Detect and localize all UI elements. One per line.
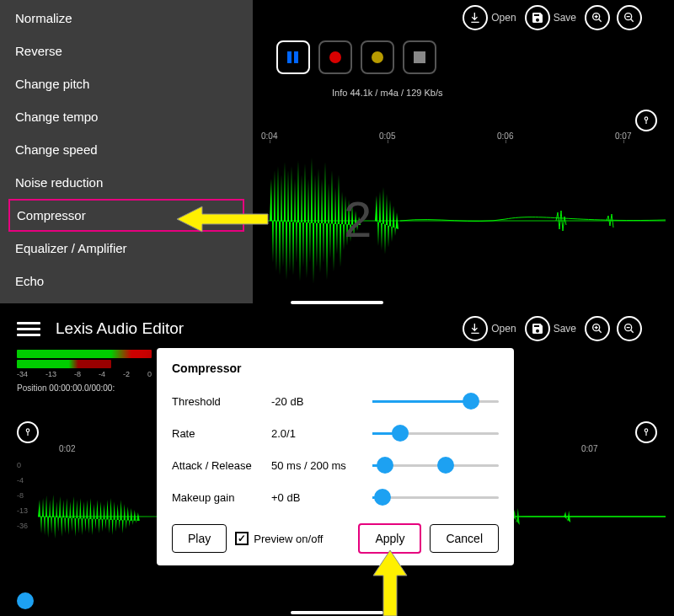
- app-title: Lexis Audio Editor: [56, 319, 463, 338]
- menu-item-noise-reduction[interactable]: Noise reduction: [0, 166, 253, 199]
- menu-item-change-tempo[interactable]: Change tempo: [0, 100, 253, 133]
- db-tick: -4: [17, 473, 28, 488]
- row-attack-release: Attack / Release 50 ms / 200 ms: [172, 449, 499, 481]
- meter-tick: -34: [17, 370, 28, 378]
- makeup-slider[interactable]: [364, 496, 499, 499]
- open-label: Open: [491, 12, 516, 24]
- preview-toggle[interactable]: ✓ Preview on/off: [235, 532, 323, 545]
- meter-bar-right: [17, 360, 111, 368]
- position-readout: Position 00:00:00.0/00:00:: [17, 383, 152, 393]
- save-button-2[interactable]: [525, 316, 550, 341]
- open-button-2[interactable]: [463, 316, 488, 341]
- meter-tick: -13: [45, 370, 56, 378]
- keyframe-icon-left[interactable]: [17, 421, 39, 443]
- play-button[interactable]: Play: [172, 524, 227, 553]
- time-mark: 0:07: [581, 444, 597, 453]
- threshold-label: Threshold: [172, 395, 271, 408]
- annotation-arrow-top: [177, 202, 270, 239]
- preview-label: Preview on/off: [254, 533, 323, 545]
- annotation-arrow-bottom: [369, 550, 411, 616]
- dialog-actions: Play ✓ Preview on/off Apply Cancel: [172, 523, 499, 554]
- menu-item-reverse[interactable]: Reverse: [0, 35, 253, 67]
- record-button[interactable]: [318, 40, 352, 74]
- dialog-title: Compressor: [172, 362, 499, 375]
- attack-release-slider[interactable]: [364, 464, 499, 467]
- checkbox-icon: ✓: [235, 532, 249, 545]
- menu-item-normalize[interactable]: Normalize: [0, 2, 253, 35]
- time-mark: 0:02: [59, 444, 75, 453]
- db-scale: 0-4-8-13-36: [17, 458, 28, 533]
- apply-button[interactable]: Apply: [358, 523, 421, 554]
- transport-controls: [276, 40, 436, 74]
- attack-label: Attack / Release: [172, 459, 271, 472]
- top-toolbar: Open Save: [463, 5, 642, 30]
- threshold-slider[interactable]: [364, 400, 499, 403]
- open-label-2: Open: [491, 323, 516, 335]
- rate-slider[interactable]: [364, 432, 499, 435]
- menu-icon[interactable]: [17, 319, 40, 340]
- svg-point-7: [26, 429, 29, 432]
- background-number: 2: [344, 190, 372, 249]
- save-button[interactable]: [525, 5, 550, 30]
- zoom-out-button-2[interactable]: [617, 316, 642, 341]
- attack-value: 50 ms / 200 ms: [271, 459, 364, 472]
- db-tick: 0: [17, 458, 28, 473]
- meter-bar-left: [17, 350, 152, 358]
- home-indicator-top: [291, 301, 383, 304]
- svg-marker-4: [177, 206, 268, 232]
- zoom-in-button-2[interactable]: [585, 316, 610, 341]
- makeup-value: +0 dB: [271, 491, 364, 504]
- svg-marker-10: [373, 550, 407, 616]
- bottom-header: Lexis Audio Editor Open Save: [0, 316, 674, 341]
- db-tick: -8: [17, 488, 28, 503]
- keyframe-icon[interactable]: [635, 110, 657, 131]
- keyframe-icon-right[interactable]: [635, 421, 657, 443]
- menu-item-change-speed[interactable]: Change speed: [0, 133, 253, 166]
- makeup-label: Makeup gain: [172, 491, 271, 504]
- row-rate: Rate 2.0/1: [172, 417, 499, 449]
- playhead[interactable]: [17, 592, 34, 609]
- effects-menu: NormalizeReverseChange pitchChange tempo…: [0, 0, 253, 303]
- db-tick: -36: [17, 518, 28, 533]
- waveform-top[interactable]: 2: [253, 145, 666, 297]
- meter-tick: 0: [147, 370, 152, 378]
- svg-point-8: [645, 429, 648, 432]
- timeline-top: 0:040:050:060:07: [253, 131, 666, 143]
- meter-tick: -8: [74, 370, 81, 378]
- open-button[interactable]: [463, 5, 488, 30]
- zoom-in-button[interactable]: [585, 5, 610, 30]
- meter-tick: -4: [99, 370, 105, 378]
- row-threshold: Threshold -20 dB: [172, 385, 499, 417]
- stop-button[interactable]: [403, 40, 436, 74]
- threshold-value: -20 dB: [271, 395, 364, 408]
- compressor-dialog: Compressor Threshold -20 dB Rate 2.0/1 A…: [157, 348, 514, 565]
- save-label-2: Save: [554, 323, 576, 335]
- row-makeup: Makeup gain +0 dB: [172, 481, 499, 513]
- menu-item-echo[interactable]: Echo: [0, 265, 253, 297]
- level-meter: -34-13-8-4-20 Position 00:00:00.0/00:00:: [17, 350, 152, 393]
- screenshot-top: NormalizeReverseChange pitchChange tempo…: [0, 0, 674, 308]
- meter-tick: -2: [123, 370, 130, 378]
- cancel-button[interactable]: Cancel: [430, 524, 499, 553]
- save-label: Save: [554, 12, 576, 24]
- pause-button[interactable]: [276, 40, 310, 74]
- screenshot-bottom: Lexis Audio Editor Open Save -34-13-8-4-…: [0, 308, 674, 616]
- db-tick: -13: [17, 503, 28, 518]
- menu-item-change-pitch[interactable]: Change pitch: [0, 67, 253, 100]
- meter-scale: -34-13-8-4-20: [17, 370, 152, 378]
- file-info: Info 44.1k / m4a / 129 Kb/s: [332, 88, 442, 98]
- rate-label: Rate: [172, 427, 271, 440]
- svg-point-2: [645, 117, 648, 121]
- rate-value: 2.0/1: [271, 427, 364, 440]
- marker-button[interactable]: [361, 40, 394, 74]
- zoom-out-button[interactable]: [617, 5, 642, 30]
